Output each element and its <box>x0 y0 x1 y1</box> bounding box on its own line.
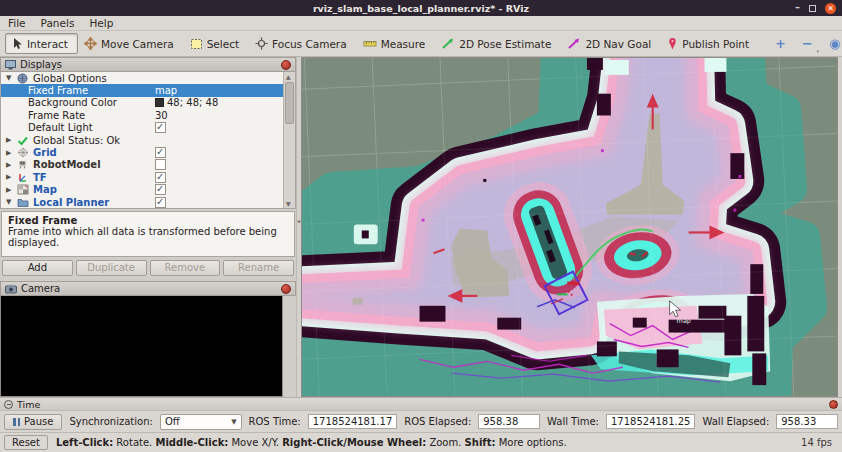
tree-row-global-status[interactable]: ▶ Global Status: Ok <box>1 134 283 146</box>
right-gutter <box>838 57 842 397</box>
menu-panels[interactable]: Panels <box>41 17 75 29</box>
camera-panel-header[interactable]: Camera <box>0 281 296 296</box>
expander-icon[interactable]: ▶ <box>6 186 17 194</box>
tree-row-map[interactable]: ▶ Map <box>1 184 283 196</box>
occupancy-map-scene[interactable]: map <box>302 58 837 396</box>
nav-goal-tool-button[interactable]: 2D Nav Goal <box>561 33 661 54</box>
time-panel-title: Time <box>17 399 40 410</box>
tf-checkbox[interactable] <box>155 172 166 183</box>
reset-button[interactable]: Reset <box>4 435 48 450</box>
map-checkbox[interactable] <box>155 184 166 195</box>
tree-row-fixed-frame[interactable]: Fixed Frame map <box>1 84 283 96</box>
left-pocket <box>354 225 378 245</box>
measure-icon <box>363 37 377 50</box>
wall-elapsed-label: Wall Elapsed: <box>702 416 769 427</box>
tree-row-robotmodel[interactable]: ▶ RobotModel <box>1 159 283 171</box>
nav-goal-arrow-icon <box>567 37 581 50</box>
background-color-value[interactable]: 48; 48; 48 <box>155 97 283 108</box>
window-title: rviz_slam_base_local_planner.rviz* - RVi… <box>313 3 529 14</box>
select-tool-button[interactable]: Select <box>184 33 249 54</box>
ros-time-field[interactable]: 1718524181.17 <box>308 414 398 429</box>
render-viewport[interactable]: map <box>301 57 838 397</box>
tree-row-frame-rate[interactable]: Frame Rate 30 <box>1 109 283 121</box>
time-close-icon[interactable] <box>829 400 838 409</box>
move-camera-tool-button[interactable]: Move Camera <box>78 33 184 54</box>
tree-row-background-color[interactable]: Background Color 48; 48; 48 <box>1 97 283 109</box>
grid-checkbox[interactable] <box>155 147 166 158</box>
scroll-down-icon[interactable]: ▼ <box>286 200 291 207</box>
add-tool-button[interactable]: + <box>767 36 794 51</box>
duplicate-button[interactable]: Duplicate <box>76 260 147 276</box>
minimize-icon[interactable]: – <box>795 5 800 11</box>
displays-panel-icon <box>5 60 16 70</box>
pause-icon <box>13 418 20 426</box>
tree-row-grid[interactable]: ▶ Grid <box>1 146 283 158</box>
tree-row-default-light[interactable]: Default Light <box>1 122 283 134</box>
time-panel-header[interactable]: Time <box>0 398 842 411</box>
select-icon <box>190 37 203 50</box>
close-icon[interactable]: ✕ <box>825 3 836 14</box>
map-display-icon <box>17 184 33 195</box>
tf-axes-icon <box>17 172 33 183</box>
displays-panel-header[interactable]: Displays <box>0 57 296 72</box>
expander-icon[interactable]: ▶ <box>6 161 17 169</box>
pause-button[interactable]: Pause <box>4 414 62 430</box>
local-planner-checkbox[interactable] <box>155 197 166 208</box>
publish-point-tool-button[interactable]: Publish Point <box>661 33 759 54</box>
sync-dropdown[interactable]: Off ▼ <box>160 414 242 430</box>
chevron-down-icon: ▼ <box>231 418 236 426</box>
fixed-frame-value[interactable]: map <box>155 85 283 96</box>
tree-row-local-planner[interactable]: ▼ Local Planner <box>1 196 283 208</box>
displays-panel-title: Displays <box>20 59 277 70</box>
rviz-window: rviz_slam_base_local_planner.rviz* - RVi… <box>0 0 842 452</box>
expander-icon[interactable]: ▼ <box>6 74 17 82</box>
measure-tool-button[interactable]: Measure <box>357 33 436 54</box>
ros-elapsed-label: ROS Elapsed: <box>404 416 471 427</box>
color-swatch <box>155 98 164 107</box>
grid-display-icon <box>17 147 33 158</box>
rename-button[interactable]: Rename <box>223 260 294 276</box>
help-title: Fixed Frame <box>8 215 288 226</box>
ros-time-label: ROS Time: <box>249 416 301 427</box>
ros-elapsed-field[interactable]: 958.38 <box>478 414 540 429</box>
pose-estimate-tool-button[interactable]: 2D Pose Estimate <box>435 33 561 54</box>
wall-time-field[interactable]: 1718524181.25 <box>606 414 696 429</box>
fps-indicator: 14 fps <box>801 437 838 448</box>
tree-row-tf[interactable]: ▶ TF <box>1 171 283 183</box>
scroll-up-icon[interactable]: ▲ <box>286 73 291 80</box>
menu-file[interactable]: File <box>8 17 26 29</box>
tree-row-global-options[interactable]: ▼ Global Options <box>1 72 283 84</box>
move-camera-icon <box>84 37 97 50</box>
expander-icon[interactable]: ▼ <box>6 198 17 206</box>
frame-rate-value[interactable]: 30 <box>155 110 283 121</box>
camera-image-view[interactable] <box>0 296 283 397</box>
remove-tool-button[interactable]: −▾ <box>794 36 821 51</box>
interact-tool-button[interactable]: Interact <box>5 33 78 54</box>
focus-camera-tool-button[interactable]: Focus Camera <box>249 33 357 54</box>
scroll-thumb[interactable] <box>285 82 294 124</box>
displays-scrollbar[interactable]: ▲ ▼ <box>283 72 295 208</box>
publish-point-pin-icon <box>667 37 678 50</box>
expander-icon[interactable]: ▶ <box>6 149 17 157</box>
wall-elapsed-field[interactable]: 958.33 <box>776 414 838 429</box>
help-text: Frame into which all data is transformed… <box>8 226 277 248</box>
default-light-checkbox[interactable] <box>155 122 166 133</box>
displays-close-icon[interactable] <box>281 60 291 70</box>
expander-icon[interactable]: ▶ <box>6 173 17 181</box>
menu-help[interactable]: Help <box>89 17 113 29</box>
robotmodel-checkbox[interactable] <box>155 159 166 170</box>
wall-time-label: Wall Time: <box>547 416 599 427</box>
global-options-icon <box>17 73 33 84</box>
camera-close-icon[interactable] <box>281 284 291 294</box>
tool-properties-button[interactable]: ◉▾ <box>821 36 842 51</box>
left-dock: Displays ▼ Global Options Fixed Frame ma… <box>0 57 296 397</box>
expander-icon[interactable]: ▶ <box>6 136 17 144</box>
focus-camera-icon <box>255 37 268 50</box>
main-area: Displays ▼ Global Options Fixed Frame ma… <box>0 57 842 397</box>
remove-button[interactable]: Remove <box>150 260 221 276</box>
property-help-box: Fixed Frame Frame into which all data is… <box>1 211 295 257</box>
titlebar[interactable]: rviz_slam_base_local_planner.rviz* - RVi… <box>0 0 842 16</box>
maximize-icon[interactable] <box>809 5 816 12</box>
camera-panel-title: Camera <box>21 283 277 294</box>
add-button[interactable]: Add <box>2 260 73 276</box>
